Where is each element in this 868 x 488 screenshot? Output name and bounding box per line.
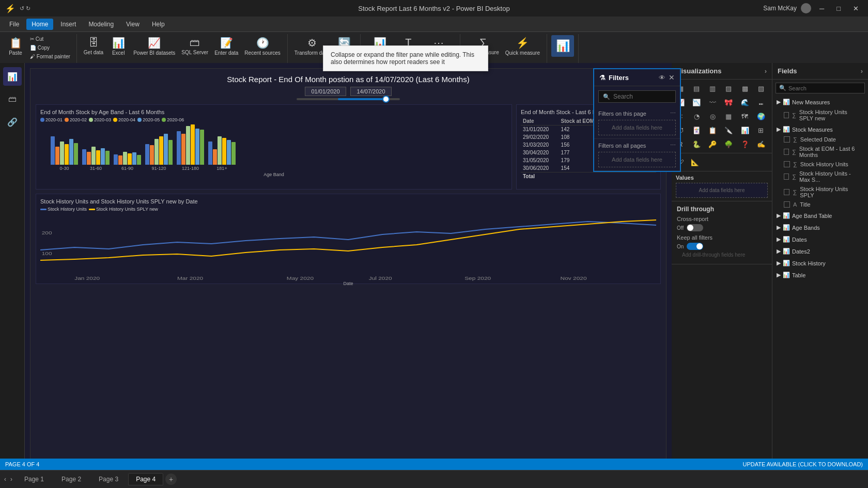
field-item-title[interactable]: A Title (772, 200, 868, 209)
menu-view[interactable]: View (121, 19, 145, 30)
viz-line-clustered[interactable]: 〰 (706, 96, 719, 109)
field-checkbox[interactable] (784, 161, 790, 167)
viz-kpi[interactable]: 📋 (706, 123, 719, 137)
menu-file[interactable]: File (4, 19, 24, 30)
field-checkbox[interactable] (784, 201, 790, 208)
viz-key-influencers[interactable]: 🔑 (706, 137, 719, 151)
quick-measure-button[interactable]: ⚡Quick measure (503, 35, 542, 57)
report-view-icon[interactable]: 📊 (3, 67, 22, 86)
menu-home[interactable]: Home (26, 19, 53, 30)
add-data-on-page-button[interactable]: Add data fields here (598, 120, 676, 135)
field-group-stock-measures-header[interactable]: ▶ 📊 Stock Measures (772, 124, 868, 135)
get-data-button[interactable]: 🗄Get data (81, 35, 106, 57)
filter-search-input[interactable] (613, 93, 671, 100)
viz-python[interactable]: 🐍 (690, 137, 703, 151)
field-item-stock-eom[interactable]: ∑ Stock at EOM - Last 6 Months (772, 144, 868, 160)
keep-filters-toggle[interactable] (687, 243, 703, 250)
slider-thumb[interactable] (382, 96, 390, 103)
viz-pie[interactable]: ◔ (690, 109, 703, 123)
viz-table[interactable]: 📊 (738, 123, 752, 137)
viz-area[interactable]: 📉 (690, 96, 703, 109)
tab-nav-left[interactable]: ‹ (4, 476, 6, 483)
copy-button[interactable]: 📄 Copy (28, 44, 72, 52)
field-group-stock-history-header[interactable]: ▶ 📊 Stock History (772, 258, 868, 269)
viz-card[interactable]: 🃏 (690, 123, 703, 137)
add-values-button[interactable]: Add data fields here (676, 183, 768, 198)
tab-nav-right[interactable]: › (10, 476, 12, 483)
sql-button[interactable]: 🗃SQL Server (179, 35, 211, 57)
field-group-dates2-header[interactable]: ▶ 📊 Dates2 (772, 246, 868, 257)
enter-data-button[interactable]: 📝Enter data (212, 35, 241, 57)
field-checkbox[interactable] (784, 189, 789, 195)
field-checkbox[interactable] (784, 149, 789, 155)
viz-waterfall[interactable]: 🌊 (738, 96, 752, 109)
viz-stacked-bar-100[interactable]: ▥ (706, 82, 719, 95)
viz-clustered-bar[interactable]: ▤ (690, 82, 703, 95)
field-checkbox[interactable] (784, 136, 790, 143)
page-tab-1[interactable]: Page 1 (17, 473, 52, 485)
viz-map[interactable]: 🗺 (738, 109, 752, 123)
add-data-all-pages-button[interactable]: Add data fields here (598, 152, 676, 167)
data-view-icon[interactable]: 🗃 (3, 90, 22, 108)
add-page-button[interactable]: + (165, 474, 177, 485)
field-checkbox[interactable] (784, 112, 789, 118)
fields-expand-icon[interactable]: › (861, 67, 863, 75)
powerbi-datasets-button[interactable]: 📈Power BI datasets (131, 35, 178, 57)
page-tab-4[interactable]: Page 4 (128, 473, 163, 485)
field-group-new-measures-header[interactable]: ▶ 📊 New Measures (772, 97, 868, 107)
date-slider-track[interactable] (297, 98, 400, 100)
title-bar-undo-redo[interactable]: ↺ ↻ (20, 5, 30, 12)
active-visual-button[interactable]: 📊 (551, 35, 574, 57)
field-item-stock-history-max[interactable]: ∑ Stock History Units - Max S... (772, 169, 868, 184)
viz-slicer[interactable]: 🔪 (722, 123, 735, 137)
paste-button[interactable]: 📋 Paste (4, 35, 27, 57)
viz-treemap[interactable]: ▦ (722, 109, 735, 123)
maximize-button[interactable]: □ (832, 5, 845, 12)
filter-close-icon[interactable]: ✕ (669, 73, 675, 82)
viz-clustered-column[interactable]: ▩ (738, 82, 752, 95)
field-item-selected-date[interactable]: ∑ Selected Date (772, 135, 868, 144)
filter-eye-icon[interactable]: 👁 (659, 74, 665, 82)
viz-matrix[interactable]: ⊞ (754, 123, 768, 137)
viz-decomp-tree[interactable]: 🌳 (722, 137, 735, 151)
field-checkbox[interactable] (784, 174, 789, 180)
menu-insert[interactable]: Insert (55, 19, 81, 30)
fields-search-input[interactable] (788, 85, 861, 91)
menu-modeling[interactable]: Modeling (83, 19, 119, 30)
fields-search[interactable]: 🔍 (776, 83, 865, 93)
field-item-stock-history-units[interactable]: ∑ Stock History Units (772, 160, 868, 169)
viz-stacked-column[interactable]: ▨ (722, 82, 735, 95)
field-group-dates-header[interactable]: ▶ 📊 Dates (772, 234, 868, 245)
visualizations-expand-icon[interactable]: › (765, 67, 767, 75)
update-available[interactable]: UPDATE AVAILABLE (CLICK TO DOWNLOAD) (743, 461, 863, 467)
viz-donut[interactable]: ◎ (706, 109, 719, 123)
page-tab-3[interactable]: Page 3 (91, 473, 126, 485)
close-button[interactable]: ✕ (849, 5, 863, 12)
page-tab-2[interactable]: Page 2 (54, 473, 89, 485)
viz-filled-map[interactable]: 🌍 (754, 109, 768, 123)
minimize-button[interactable]: ─ (815, 5, 828, 12)
filters-on-page-more[interactable]: ⋯ (670, 110, 676, 117)
filter-search[interactable]: 🔍 (598, 90, 676, 103)
recent-sources-button[interactable]: 🕐Recent sources (242, 35, 283, 57)
viz-qa[interactable]: ❓ (738, 137, 752, 151)
date-end-input[interactable]: 14/07/2020 (350, 87, 392, 96)
field-group-table-header[interactable]: ▶ 📊 Table (772, 270, 868, 280)
viz-stacked-column-100[interactable]: ▧ (754, 82, 768, 95)
cross-report-toggle[interactable] (687, 224, 703, 231)
format-painter-button[interactable]: 🖌 Format painter (28, 53, 72, 60)
field-item-stock-history-sply[interactable]: ∑ Stock History Units SPLY (772, 184, 868, 200)
field-group-age-bands-header[interactable]: ▶ 📊 Age Bands (772, 222, 868, 233)
menu-help[interactable]: Help (147, 19, 170, 30)
model-view-icon[interactable]: 🔗 (3, 113, 22, 131)
filters-all-pages-more[interactable]: ⋯ (670, 142, 676, 149)
date-start-input[interactable]: 01/01/2020 (305, 87, 346, 96)
field-group-age-band-table-header[interactable]: ▶ 📊 Age Band Table (772, 210, 868, 221)
cut-button[interactable]: ✂ Cut (28, 35, 72, 43)
viz-ribbon[interactable]: 🎀 (722, 96, 735, 109)
field-item-stock-history-sply-new[interactable]: ∑ Stock History Units SPLY new (772, 107, 868, 123)
viz-funnel[interactable]: ⑉ (754, 96, 768, 109)
excel-button[interactable]: 📊Excel (107, 35, 130, 57)
viz-analytics-icon[interactable]: 📐 (688, 155, 702, 169)
viz-smart-narrative[interactable]: ✍ (754, 137, 768, 151)
